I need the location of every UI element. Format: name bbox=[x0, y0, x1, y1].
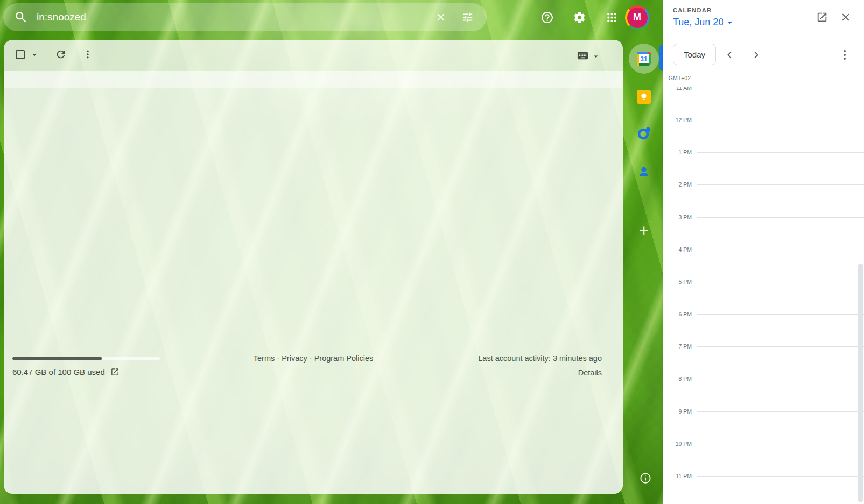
active-panel-indicator bbox=[659, 45, 663, 71]
select-dropdown-icon[interactable] bbox=[30, 50, 39, 60]
hour-gridline bbox=[697, 346, 864, 347]
today-button[interactable]: Today bbox=[673, 44, 716, 65]
search-icon[interactable] bbox=[14, 10, 28, 24]
hour-gridline bbox=[697, 476, 864, 477]
input-tools-dropdown-icon[interactable] bbox=[591, 52, 601, 61]
hour-label: 8 PM bbox=[678, 375, 692, 382]
footer-separator: · bbox=[310, 354, 312, 363]
search-bar[interactable] bbox=[3, 3, 487, 31]
calendar-panel-title: CALENDAR bbox=[673, 7, 712, 13]
date-dropdown-icon bbox=[725, 17, 735, 28]
storage-open-in-new-icon[interactable] bbox=[110, 367, 120, 377]
calendar-tile-day: 31 bbox=[639, 54, 649, 63]
input-tools-keyboard-icon[interactable] bbox=[577, 49, 589, 62]
details-link[interactable]: Details bbox=[578, 368, 602, 377]
search-input[interactable] bbox=[36, 11, 435, 24]
google-calendar-icon[interactable]: 31 bbox=[637, 52, 651, 66]
calendar-panel-header: CALENDAR Tue, Jun 20 bbox=[663, 0, 864, 39]
mail-toolbar bbox=[4, 40, 623, 71]
last-account-activity: Last account activity: 3 minutes ago bbox=[478, 354, 602, 363]
empty-list-row bbox=[4, 71, 623, 88]
hour-label: 1 PM bbox=[678, 149, 692, 155]
google-tasks-icon[interactable] bbox=[637, 126, 651, 140]
hour-gridline bbox=[697, 379, 864, 379]
hour-gridline bbox=[697, 444, 864, 444]
gmail-window: M Terms bbox=[0, 0, 864, 504]
hour-label: 3 PM bbox=[678, 214, 692, 221]
help-icon[interactable] bbox=[536, 6, 558, 28]
clear-search-icon[interactable] bbox=[435, 11, 447, 23]
info-icon[interactable] bbox=[640, 472, 651, 484]
hour-gridline bbox=[697, 314, 864, 315]
hour-label: 11 PM bbox=[676, 473, 692, 479]
google-contacts-icon[interactable] bbox=[637, 165, 651, 179]
hour-label: 7 PM bbox=[678, 343, 692, 350]
close-panel-icon[interactable] bbox=[839, 11, 852, 24]
hour-gridline bbox=[697, 250, 864, 250]
account-avatar[interactable]: M bbox=[625, 5, 649, 30]
refresh-icon[interactable] bbox=[55, 48, 67, 60]
google-apps-grid-icon[interactable] bbox=[601, 6, 622, 28]
mail-body: Terms · Privacy · Program Policies Last … bbox=[4, 88, 623, 494]
more-options-icon[interactable] bbox=[82, 49, 93, 60]
hour-label: 12 PM bbox=[676, 117, 692, 123]
calendar-date-label: Tue, Jun 20 bbox=[673, 17, 723, 28]
hour-label: 2 PM bbox=[678, 181, 692, 188]
hour-label: 11 AM bbox=[676, 87, 692, 91]
hour-label: 9 PM bbox=[678, 408, 692, 415]
hour-gridline bbox=[697, 120, 864, 120]
open-in-new-tab-icon[interactable] bbox=[816, 11, 828, 24]
footer-separator: · bbox=[277, 354, 279, 363]
timezone-label: GMT+02 bbox=[663, 75, 691, 81]
mail-content-panel: Terms · Privacy · Program Policies Last … bbox=[4, 40, 623, 494]
calendar-panel: CALENDAR Tue, Jun 20 Today GM bbox=[663, 0, 864, 504]
hour-label: 5 PM bbox=[678, 279, 692, 285]
calendar-date-selector[interactable]: Tue, Jun 20 bbox=[673, 17, 735, 28]
storage-used-text: 60.47 GB of 100 GB used bbox=[12, 367, 105, 377]
previous-day-chevron-icon[interactable] bbox=[723, 48, 736, 61]
hour-label: 10 PM bbox=[676, 441, 692, 447]
hour-gridline bbox=[697, 411, 864, 412]
get-addons-plus-icon[interactable]: + bbox=[635, 222, 652, 239]
hour-label: 6 PM bbox=[678, 311, 692, 317]
privacy-link[interactable]: Privacy bbox=[282, 354, 307, 363]
calendar-scrollbar-thumb[interactable] bbox=[858, 264, 863, 502]
hour-gridline bbox=[697, 184, 864, 185]
hour-gridline bbox=[697, 217, 864, 218]
hour-gridline bbox=[697, 88, 864, 88]
select-all-checkbox[interactable] bbox=[16, 50, 25, 59]
google-keep-icon[interactable] bbox=[637, 90, 651, 104]
next-day-chevron-icon[interactable] bbox=[750, 48, 763, 61]
day-schedule-grid[interactable]: 11 AM12 PM1 PM2 PM3 PM4 PM5 PM6 PM7 PM8 … bbox=[663, 87, 864, 504]
hour-label: 4 PM bbox=[678, 246, 692, 253]
calendar-toolbar: Today bbox=[663, 39, 864, 70]
program-policies-link[interactable]: Program Policies bbox=[314, 354, 374, 363]
side-panel-divider bbox=[633, 203, 655, 203]
calendar-more-options-icon[interactable] bbox=[838, 48, 851, 61]
terms-link[interactable]: Terms bbox=[254, 354, 275, 363]
avatar-initial: M bbox=[627, 8, 648, 28]
search-options-tune-icon[interactable] bbox=[462, 11, 474, 23]
settings-gear-icon[interactable] bbox=[568, 6, 590, 28]
hour-gridline bbox=[697, 152, 864, 153]
hour-gridline bbox=[697, 282, 864, 282]
